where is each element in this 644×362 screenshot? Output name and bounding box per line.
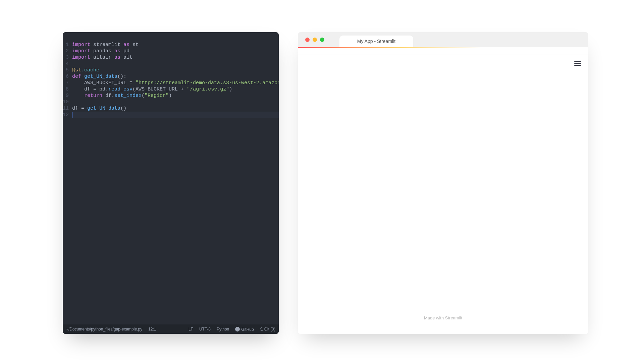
browser-titlebar: My App - Streamlit xyxy=(298,32,588,47)
code-line: df = pd.read_csv(AWS_BUCKET_URL + "/agri… xyxy=(72,86,279,93)
editor-status-bar: ~/Documents/python_files/gap-example.py … xyxy=(63,324,279,334)
code-line: df = get_UN_data() xyxy=(72,105,279,112)
footer-credit: Made with Streamlit xyxy=(298,315,588,320)
line-number: 4 xyxy=(63,61,69,67)
code-line: import streamlit as st xyxy=(72,42,279,48)
line-number: 6 xyxy=(63,73,69,80)
code-area[interactable]: import streamlit as st import pandas as … xyxy=(72,42,279,324)
code-line: import altair as alt xyxy=(72,54,279,61)
status-git[interactable]: Git (0) xyxy=(260,327,275,331)
hamburger-menu-button[interactable] xyxy=(574,61,581,66)
code-line xyxy=(72,61,279,67)
status-cursor-pos[interactable]: 12:1 xyxy=(148,327,156,331)
browser-tab[interactable]: My App - Streamlit xyxy=(339,36,413,47)
code-editor-window: 1 2 3 4 5 6 7 8 9 10 11 12 import stream… xyxy=(63,32,279,334)
code-line: AWS_BUCKET_URL = "https://streamlit-demo… xyxy=(72,80,279,86)
status-language[interactable]: Python xyxy=(217,327,229,331)
github-icon xyxy=(235,327,240,331)
status-file-path[interactable]: ~/Documents/python_files/gap-example.py xyxy=(66,327,142,331)
status-encoding[interactable]: UTF-8 xyxy=(199,327,211,331)
line-number: 8 xyxy=(63,86,69,93)
line-number: 11 xyxy=(63,105,69,112)
line-number: 10 xyxy=(63,99,69,105)
line-number: 1 xyxy=(63,42,69,48)
line-number: 9 xyxy=(63,93,69,99)
browser-window: My App - Streamlit Made with Streamlit xyxy=(298,32,588,334)
line-number: 12 xyxy=(63,112,69,118)
hamburger-icon xyxy=(574,61,581,62)
code-line: import pandas as pd xyxy=(72,48,279,54)
code-editor-body[interactable]: 1 2 3 4 5 6 7 8 9 10 11 12 import stream… xyxy=(63,32,279,324)
streamlit-running-indicator xyxy=(298,47,501,48)
close-window-button[interactable] xyxy=(305,38,310,42)
minimize-window-button[interactable] xyxy=(313,38,317,42)
hamburger-icon xyxy=(574,65,581,66)
footer-text: Made with xyxy=(424,315,445,320)
git-branch-icon xyxy=(260,327,263,331)
line-number-gutter: 1 2 3 4 5 6 7 8 9 10 11 12 xyxy=(63,42,72,324)
line-number: 2 xyxy=(63,48,69,54)
code-line: @st.cache xyxy=(72,67,279,73)
streamlit-app-viewport: Made with Streamlit xyxy=(298,55,588,334)
text-cursor xyxy=(72,112,72,118)
line-number: 7 xyxy=(63,80,69,86)
browser-toolbar xyxy=(298,47,588,55)
hamburger-icon xyxy=(574,63,581,64)
streamlit-link[interactable]: Streamlit xyxy=(445,315,462,320)
code-line: return df.set_index("Region") xyxy=(72,93,279,99)
status-eol[interactable]: LF xyxy=(189,327,193,331)
window-controls xyxy=(305,38,324,42)
status-github[interactable]: GitHub xyxy=(235,327,254,332)
line-number: 5 xyxy=(63,67,69,73)
maximize-window-button[interactable] xyxy=(320,38,324,42)
code-line xyxy=(72,99,279,105)
code-line-active xyxy=(72,112,279,118)
code-line: def get_UN_data(): xyxy=(72,73,279,80)
tab-title: My App - Streamlit xyxy=(357,39,395,44)
line-number: 3 xyxy=(63,54,69,61)
